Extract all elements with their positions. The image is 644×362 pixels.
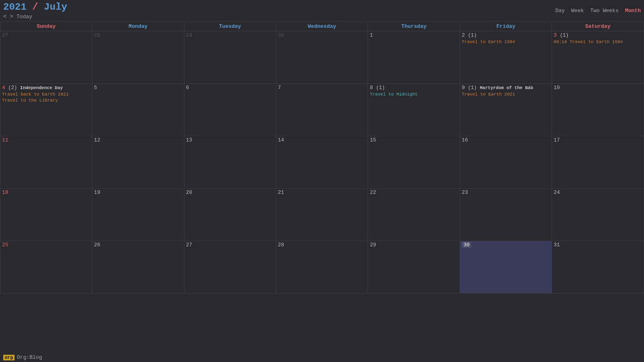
calendar-cell[interactable]: 25 (0, 241, 92, 293)
header-monday: Monday (92, 22, 184, 31)
calendar-cell[interactable]: 3 (1) 09:18 Travel to Earth 1504 (552, 31, 644, 84)
calendar-cell[interactable]: 29 (184, 31, 276, 84)
event: Travel back to Earth 2021 (2, 92, 90, 98)
calendar-cell[interactable]: 8 (1) Travel to Midnight (368, 84, 460, 136)
today-button[interactable]: Today (17, 14, 32, 20)
week-row: 11 12 13 14 15 16 17 (0, 136, 644, 189)
calendar-title: 2021 / July (3, 2, 67, 12)
calendar-cell[interactable]: 27 (184, 241, 276, 293)
calendar-cell[interactable]: 13 (184, 136, 276, 189)
view-two-weeks-button[interactable]: Two Weeks (590, 8, 619, 14)
calendar-body: 27 28 29 30 1 2 (1) Travel to Earth 1504… (0, 31, 644, 293)
view-nav: Day Week Two Weeks Month (555, 8, 644, 14)
event: Travel to Midnight (370, 92, 458, 98)
prev-button[interactable]: < (3, 13, 6, 20)
view-month-button[interactable]: Month (625, 8, 641, 14)
week-row: 18 19 20 21 22 23 24 (0, 189, 644, 241)
calendar-cell[interactable]: 5 (92, 84, 184, 136)
calendar-cell[interactable]: 1 (368, 31, 460, 84)
title-year: 2021 (3, 2, 27, 12)
week-row: 27 28 29 30 1 2 (1) Travel to Earth 1504… (0, 31, 644, 84)
header-sunday: Sunday (0, 22, 92, 31)
top-bar: 2021 / July < > Today Day Week Two Weeks… (0, 0, 644, 21)
calendar-cell[interactable]: 4 (2) Independence Day Travel back to Ea… (0, 84, 92, 136)
calendar-cell[interactable]: 11 (0, 136, 92, 189)
calendar-cell[interactable]: 14 (276, 136, 368, 189)
view-day-button[interactable]: Day (555, 8, 565, 14)
header-wednesday: Wednesday (276, 22, 368, 31)
header-thursday: Thursday (368, 22, 460, 31)
nav-left: < > Today (0, 13, 70, 21)
calendar-cell[interactable]: 21 (276, 189, 368, 241)
calendar-cell[interactable]: 22 (368, 189, 460, 241)
header-saturday: Saturday (552, 22, 644, 31)
calendar-cell[interactable]: 2 (1) Travel to Earth 1504 (460, 31, 552, 84)
calendar-cell[interactable]: 12 (92, 136, 184, 189)
calendar-cell[interactable]: 29 (368, 241, 460, 293)
header-friday: Friday (460, 22, 552, 31)
calendar-cell[interactable]: 17 (552, 136, 644, 189)
title-slash: / (32, 2, 44, 12)
week-row: 4 (2) Independence Day Travel back to Ea… (0, 84, 644, 136)
calendar-cell[interactable]: 26 (92, 241, 184, 293)
weekday-header-row: Sunday Monday Tuesday Wednesday Thursday… (0, 22, 644, 31)
calendar-cell[interactable]: 6 (184, 84, 276, 136)
footer-label: Org:Blog (17, 354, 42, 360)
calendar-cell[interactable]: 30 (276, 31, 368, 84)
header-tuesday: Tuesday (184, 22, 276, 31)
event: Travel to the Library (2, 98, 90, 104)
calendar-cell[interactable]: 15 (368, 136, 460, 189)
calendar-cell[interactable]: 16 (460, 136, 552, 189)
calendar-cell[interactable]: 28 (92, 31, 184, 84)
event: Travel to Earth 1504 (462, 39, 550, 45)
calendar-cell[interactable]: 9 (1) Martyrdom of the Báb Travel to Ear… (460, 84, 552, 136)
calendar-cell[interactable]: 23 (460, 189, 552, 241)
calendar-grid: Sunday Monday Tuesday Wednesday Thursday… (0, 21, 644, 293)
footer-tag: org (3, 355, 15, 360)
title-month: July (44, 2, 67, 12)
calendar-cell[interactable]: 28 (276, 241, 368, 293)
week-row: 25 26 27 28 29 30 31 (0, 241, 644, 293)
header: 2021 / July (0, 0, 70, 13)
event: 09:18 Travel to Earth 1504 (554, 39, 642, 45)
calendar-cell[interactable]: 10 (552, 84, 644, 136)
calendar-cell[interactable]: 31 (552, 241, 644, 293)
next-button[interactable]: > (10, 13, 13, 20)
view-week-button[interactable]: Week (571, 8, 584, 14)
calendar-cell[interactable]: 18 (0, 189, 92, 241)
calendar-cell[interactable]: 30 (460, 241, 552, 293)
calendar-cell[interactable]: 20 (184, 189, 276, 241)
footer: org Org:Blog (0, 353, 644, 362)
event: Travel to Earth 2021 (462, 92, 550, 98)
calendar-cell[interactable]: 24 (552, 189, 644, 241)
calendar-cell[interactable]: 19 (92, 189, 184, 241)
calendar-cell[interactable]: 7 (276, 84, 368, 136)
calendar-cell[interactable]: 27 (0, 31, 92, 84)
